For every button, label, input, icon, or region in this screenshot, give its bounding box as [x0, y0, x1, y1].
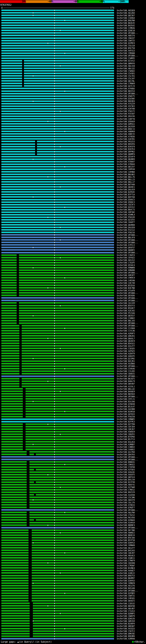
hit-bar[interactable]: [1, 10, 114, 11]
hit-bar[interactable]: [1, 171, 114, 173]
hit-bar[interactable]: [1, 32, 114, 34]
hit-bar[interactable]: [1, 633, 114, 635]
hit-label[interactable]: UniRef100_C4P0N4: [117, 171, 135, 173]
hit-label[interactable]: UniRef100_C6WJ47: [117, 37, 135, 39]
hit-bar[interactable]: [1, 98, 114, 100]
hit-bar[interactable]: [1, 144, 114, 145]
hit-label[interactable]: UniRef100_C0W979: [117, 615, 135, 617]
hit-label[interactable]: UniRef100_Q9SP37: [117, 246, 135, 249]
hit-bar[interactable]: [1, 88, 114, 89]
hit-label[interactable]: UniRef100_B6VC73: [117, 208, 135, 211]
hit-bar[interactable]: [1, 264, 114, 266]
hit-label[interactable]: UniRef100_A2R9F5: [117, 332, 135, 335]
hit-label[interactable]: UniRef100_A4FU13: [117, 50, 135, 52]
hit-label[interactable]: UniRef100_Q1NY63: [117, 580, 135, 582]
hit-label[interactable]: UniRef100_A4FNJ5: [117, 350, 135, 352]
hit-label[interactable]: UniRef100_B4SJ39: [117, 478, 135, 481]
hit-bar[interactable]: [1, 191, 114, 193]
hit-bar[interactable]: [1, 234, 114, 236]
hit-bar[interactable]: [1, 328, 114, 329]
hit-bar[interactable]: [1, 524, 114, 526]
hit-bar[interactable]: [1, 45, 114, 46]
hit-label[interactable]: UniRef100_A3TQV3: [117, 468, 135, 471]
hit-bar[interactable]: [1, 441, 114, 443]
hit-bar[interactable]: [1, 630, 114, 632]
hit-label[interactable]: UniRef100_C6W725: [117, 40, 135, 42]
hit-label[interactable]: UniRef100_B3H7E4: [117, 148, 135, 150]
hit-bar[interactable]: [1, 403, 114, 405]
hit-label[interactable]: UniRef100_B9Q7N9: [117, 20, 135, 22]
hit-label[interactable]: UniRef100_C6WT31: [117, 595, 135, 597]
hit-bar[interactable]: [1, 202, 114, 203]
hit-bar[interactable]: [1, 110, 114, 112]
hit-bar[interactable]: [1, 62, 114, 64]
hit-label[interactable]: UniRef100_Q0RHY6: [117, 62, 135, 65]
hit-bar[interactable]: [1, 295, 114, 296]
hit-label[interactable]: UniRef100_A9NWR8: [117, 266, 135, 269]
hit-bar[interactable]: [1, 449, 114, 450]
hit-bar[interactable]: [1, 252, 114, 254]
hit-bar[interactable]: [1, 322, 114, 324]
hit-bar[interactable]: [1, 176, 114, 178]
hit-bar[interactable]: [1, 297, 114, 299]
hit-bar[interactable]: [1, 585, 114, 587]
hit-label[interactable]: UniRef100_P515A6: [117, 312, 135, 314]
hit-bar[interactable]: [1, 534, 114, 536]
hit-label[interactable]: UniRef100_B5E166: [117, 537, 135, 539]
hit-label[interactable]: UniRef100_Q04VE1: [117, 186, 135, 188]
hit-label[interactable]: UniRef100_UPI000...: [117, 239, 138, 241]
hit-label[interactable]: UniRef100_UPI000...: [117, 54, 138, 57]
hit-bar[interactable]: [1, 70, 114, 72]
hit-label[interactable]: UniRef100_C9KH22: [117, 464, 135, 466]
hit-bar[interactable]: [1, 552, 114, 554]
hit-label[interactable]: UniRef100_A0LCE0: [117, 65, 135, 67]
hit-label[interactable]: UniRef100_Q93GD6: [117, 294, 135, 297]
hit-bar[interactable]: [1, 131, 114, 132]
hit-label[interactable]: UniRef100_B8GP48: [117, 605, 135, 607]
hit-label[interactable]: UniRef100_Q6AQ72: [117, 600, 135, 602]
hit-label[interactable]: UniRef100_B8LNU2: [117, 174, 135, 176]
hit-label[interactable]: UniRef100_P50172: [117, 110, 135, 112]
hit-bar[interactable]: [1, 148, 114, 150]
hit-label[interactable]: UniRef100_C5L597: [117, 78, 135, 80]
hit-bar[interactable]: [1, 578, 114, 579]
hit-bar[interactable]: [1, 93, 114, 94]
hit-label[interactable]: UniRef100_Q947H3: [117, 454, 135, 456]
hit-label[interactable]: UniRef100_C0Y8Z2: [117, 256, 135, 259]
hit-bar[interactable]: [1, 358, 114, 359]
hit-bar[interactable]: [1, 517, 114, 518]
hit-label[interactable]: UniRef100_B9Z229: [117, 491, 135, 494]
hit-bar[interactable]: [1, 106, 114, 107]
hit-label[interactable]: UniRef100_Q4LB20: [117, 226, 135, 229]
hit-bar[interactable]: [1, 325, 114, 327]
hit-bar[interactable]: [1, 274, 114, 276]
hit-label[interactable]: UniRef100_B04M97: [117, 577, 135, 579]
hit-bar[interactable]: [1, 174, 114, 175]
hit-label[interactable]: UniRef100_B2GKP4: [117, 622, 135, 625]
hit-bar[interactable]: [1, 492, 114, 493]
hit-label[interactable]: UniRef100_UPI000...: [117, 300, 138, 302]
hit-label[interactable]: UniRef100_C0PR38: [117, 168, 135, 170]
hit-label[interactable]: UniRef100_B5GYY3: [117, 304, 135, 307]
hit-bar[interactable]: [1, 65, 114, 67]
hit-label[interactable]: UniRef100_P32112: [117, 229, 135, 231]
hit-label[interactable]: UniRef100_C5D7C2: [117, 630, 135, 632]
hit-label[interactable]: UniRef100_UPI000...: [117, 297, 138, 299]
hit-bar[interactable]: [1, 595, 114, 597]
hit-bar[interactable]: [1, 20, 114, 21]
hit-bar[interactable]: [1, 350, 114, 352]
hit-label[interactable]: UniRef100_UPI000...: [117, 375, 138, 378]
hit-bar[interactable]: [1, 219, 114, 221]
hit-bar[interactable]: [1, 608, 114, 609]
hit-label[interactable]: UniRef100_Q58GC5: [117, 198, 135, 201]
hit-bar[interactable]: [1, 340, 114, 342]
hit-label[interactable]: UniRef100_B8LL23: [117, 178, 135, 181]
hit-label[interactable]: UniRef100_C1N4Y4: [117, 254, 135, 256]
hit-label[interactable]: UniRef100_C0UEU1: [117, 372, 135, 375]
hit-bar[interactable]: [1, 557, 114, 559]
hit-label[interactable]: UniRef100_B4CZK1: [117, 360, 135, 362]
hit-bar[interactable]: [1, 113, 114, 115]
hit-label[interactable]: UniRef100_C4LG18: [117, 44, 135, 47]
hit-bar[interactable]: [1, 343, 114, 344]
hit-label[interactable]: UniRef100_A7LW70: [117, 290, 135, 292]
